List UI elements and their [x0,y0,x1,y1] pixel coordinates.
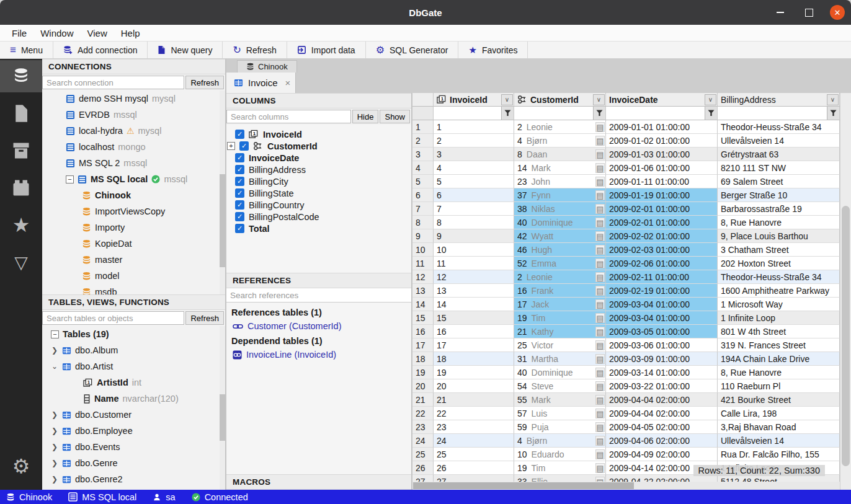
connection-item[interactable]: localhostmongo [42,139,225,155]
open-reference-icon[interactable]: ▤ [595,422,605,432]
row-number-cell[interactable]: 12 [412,270,434,284]
row-number-cell[interactable]: 7 [412,202,434,216]
cell-invoicedate[interactable]: 2009-04-06 02:00:00 [606,434,718,448]
table-item[interactable]: ❯dbo.Genre [42,455,225,471]
row-number-cell[interactable]: 23 [412,420,434,434]
cell-invoicedate[interactable]: 2009-01-02 01:00:00 [606,134,718,148]
open-reference-icon[interactable]: ▤ [595,381,605,391]
cell-customerid[interactable]: 4Bjørn▤ [514,134,606,148]
open-reference-icon[interactable]: ▤ [595,177,605,187]
cell-invoiceid[interactable]: 15 [434,311,514,325]
cell-invoicedate[interactable]: 2009-04-04 02:00:00 [606,393,718,407]
open-reference-icon[interactable]: ▤ [595,190,605,200]
cell-billingaddress[interactable]: 8210 111 ST NW [718,161,840,175]
cell-billingaddress[interactable]: 194A Chain Lake Drive [718,352,840,366]
cell-invoiceid[interactable]: 23 [434,420,514,434]
column-toggle-billingstate[interactable]: ✓BillingState [226,187,411,199]
cell-customerid[interactable]: 19Tim▤ [514,461,606,475]
cell-customerid[interactable]: 40Dominique▤ [514,366,606,379]
row-number-cell[interactable]: 1 [412,120,434,134]
chevron-right-icon[interactable]: ❯ [51,443,58,451]
open-reference-icon[interactable]: ▤ [595,449,605,459]
row-number-cell[interactable]: 14 [412,298,434,311]
menu-file[interactable]: File [6,27,32,40]
connection-item[interactable]: msdb [42,284,225,294]
table-item[interactable]: −Tables (19) [42,326,225,342]
open-reference-icon[interactable]: ▤ [595,231,605,241]
row-number-cell[interactable]: 21 [412,393,434,407]
open-reference-icon[interactable]: ▤ [595,149,605,159]
cell-invoiceid[interactable]: 17 [434,338,514,352]
cell-invoicedate[interactable]: 2009-02-02 01:00:00 [606,229,718,243]
cell-billingaddress[interactable]: 319 N. Frances Street [718,338,840,352]
sidebar-favorites-star-icon[interactable]: ★ [0,209,42,241]
cell-customerid[interactable]: 46Hugh▤ [514,243,606,257]
connections-scrollbar[interactable] [220,91,225,294]
connection-item[interactable]: model [42,268,225,284]
cell-customerid[interactable]: 14Mark▤ [514,161,606,175]
connection-item[interactable]: EVRDBmssql [42,107,225,123]
open-reference-icon[interactable]: ▤ [595,163,605,173]
row-number-cell[interactable]: 4 [412,161,434,175]
cell-invoicedate[interactable]: 2009-02-03 01:00:00 [606,243,718,257]
checkbox-checked-icon[interactable]: ✓ [235,153,244,162]
checkbox-checked-icon[interactable]: ✓ [235,224,244,233]
sidebar-history-icon[interactable] [0,172,42,204]
table-item[interactable]: ❯dbo.Employee [42,423,225,439]
cell-invoicedate[interactable]: 2009-03-22 01:00:00 [606,379,718,393]
open-reference-icon[interactable]: ▤ [595,409,605,418]
table-item[interactable]: ❯dbo.Customer [42,407,225,423]
status-connected[interactable]: Connected [192,492,248,502]
sidebar-archive-icon[interactable] [0,135,42,167]
open-reference-icon[interactable]: ▤ [595,313,605,323]
open-reference-icon[interactable]: ▤ [595,463,605,473]
checkbox-checked-icon[interactable]: ✓ [235,200,244,210]
open-reference-icon[interactable]: ▤ [595,327,605,337]
sidebar-plugins-icon[interactable]: ▽ [0,246,42,278]
cell-invoicedate[interactable]: 2009-01-11 01:00:00 [606,175,718,188]
cell-billingaddress[interactable]: 8, Rue Hanovre [718,216,840,229]
sql-generator-button[interactable]: ⚙SQL Generator [366,42,459,58]
column-toggle-total[interactable]: ✓Total [226,223,411,234]
cell-invoicedate[interactable]: 2009-04-09 02:00:00 [606,448,718,461]
cell-invoiceid[interactable]: 2 [434,134,514,148]
filter-input-invoiceid[interactable] [434,107,501,120]
tab-close-icon[interactable]: × [285,77,291,88]
open-reference-icon[interactable]: ▤ [595,136,605,146]
table-item[interactable]: ❯dbo.Genre2 [42,471,225,487]
cell-invoicedate[interactable]: 2009-04-04 02:00:00 [606,407,718,420]
cell-invoiceid[interactable]: 10 [434,243,514,257]
row-number-cell[interactable]: 13 [412,284,434,298]
menu-window[interactable]: Window [35,27,79,40]
add-connection-button[interactable]: Add connection [53,42,148,58]
cell-invoicedate[interactable]: 2009-02-06 01:00:00 [606,257,718,270]
row-number-cell[interactable]: 15 [412,311,434,325]
cell-invoicedate[interactable]: 2009-03-05 01:00:00 [606,325,718,338]
row-number-cell[interactable]: 10 [412,243,434,257]
row-number-cell[interactable]: 5 [412,175,434,188]
cell-customerid[interactable]: 10Eduardo▤ [514,448,606,461]
table-item[interactable]: 1ArtistIdint [42,374,225,391]
cell-billingaddress[interactable]: Ullevålsveien 14 [718,134,840,148]
row-number-cell[interactable]: 26 [412,461,434,475]
minimize-button[interactable] [773,5,788,20]
tables-search-input[interactable] [42,311,184,325]
row-number-cell[interactable]: 16 [412,325,434,338]
row-number-cell[interactable]: 17 [412,338,434,352]
cell-customerid[interactable]: 40Dominique▤ [514,216,606,229]
sidebar-database-icon[interactable] [0,60,42,92]
reference-link[interactable]: Customer (CustomerId) [233,321,406,331]
cell-customerid[interactable]: 31Martha▤ [514,352,606,366]
cell-invoicedate[interactable]: 2009-01-03 01:00:00 [606,148,718,161]
chevron-right-icon[interactable]: ❯ [51,459,58,467]
open-reference-icon[interactable]: ▤ [595,272,605,282]
menu-button[interactable]: ≡Menu [0,42,53,58]
cell-customerid[interactable]: 52Emma▤ [514,257,606,270]
tab-invoice[interactable]: Invoice × [226,73,296,93]
row-number-cell[interactable]: 22 [412,407,434,420]
open-reference-icon[interactable]: ▤ [595,122,605,132]
checkbox-checked-icon[interactable]: ✓ [235,212,244,221]
filter-funnel-icon[interactable] [705,107,717,120]
cell-invoiceid[interactable]: 8 [434,216,514,229]
cell-billingaddress[interactable]: Grétrystraat 63 [718,148,840,161]
